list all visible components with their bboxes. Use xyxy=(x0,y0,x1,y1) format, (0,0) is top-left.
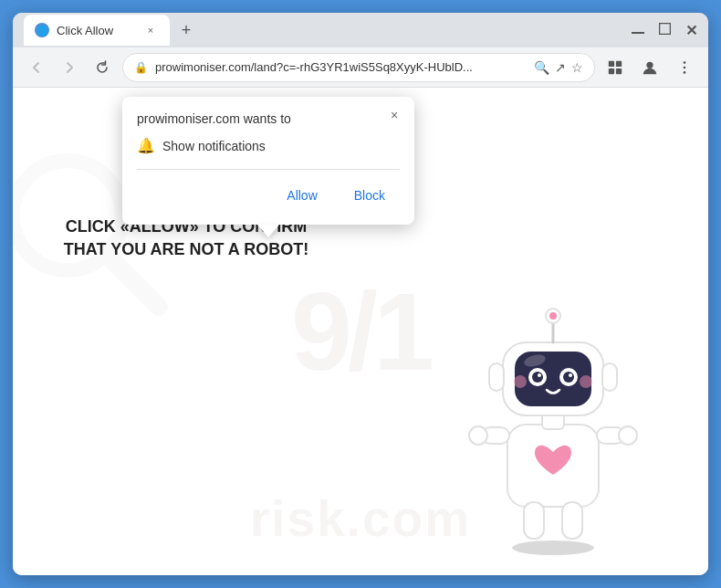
block-button[interactable]: Block xyxy=(340,181,400,210)
svg-rect-18 xyxy=(524,502,544,539)
url-text: prowimoniser.com/land?c=-rhG3YR1wiS5Sq8X… xyxy=(155,60,527,74)
svg-point-28 xyxy=(538,373,541,377)
browser-window: 🌐 Click Allow × + ✕ 🔒 pr xyxy=(13,13,708,575)
svg-rect-5 xyxy=(616,68,622,73)
popup-close-button[interactable]: × xyxy=(385,106,403,124)
tab-label: Click Allow xyxy=(57,24,135,37)
address-bar: 🔒 prowimoniser.com/land?c=-rhG3YR1wiS5Sq… xyxy=(13,47,708,88)
popup-title: prowimoniser.com wants to xyxy=(137,111,400,126)
profile-icon[interactable] xyxy=(637,55,663,80)
window-controls: ✕ xyxy=(632,22,697,39)
address-input[interactable]: 🔒 prowimoniser.com/land?c=-rhG3YR1wiS5Sq… xyxy=(122,53,595,82)
svg-point-15 xyxy=(469,426,487,445)
svg-point-30 xyxy=(514,375,527,388)
watermark-bottom: risk.com xyxy=(250,489,471,548)
svg-point-6 xyxy=(646,61,653,68)
svg-rect-36 xyxy=(602,363,617,391)
watermark-top: 9/1 xyxy=(291,268,430,394)
browser-content: 9/1 risk.com × prowimoniser.com wants to… xyxy=(13,88,708,575)
popup-tail xyxy=(257,225,279,237)
svg-point-34 xyxy=(549,312,557,320)
title-bar: 🌐 Click Allow × + ✕ xyxy=(13,13,708,47)
forward-button[interactable] xyxy=(57,55,82,80)
svg-rect-19 xyxy=(562,502,582,539)
extensions-icon[interactable] xyxy=(602,55,628,80)
popup-divider xyxy=(137,169,400,170)
reload-button[interactable] xyxy=(89,55,115,80)
svg-point-8 xyxy=(684,66,686,68)
svg-rect-4 xyxy=(609,68,614,73)
svg-rect-35 xyxy=(489,363,504,391)
minimize-button[interactable] xyxy=(632,24,644,37)
svg-line-11 xyxy=(108,256,159,307)
maximize-button[interactable] xyxy=(659,23,671,37)
tab-favicon: 🌐 xyxy=(35,23,49,37)
tab-area: 🌐 Click Allow × + xyxy=(24,15,624,46)
bookmark-icon[interactable]: ☆ xyxy=(571,60,583,75)
svg-point-26 xyxy=(532,372,543,383)
address-right-icons: 🔍 ↗ ☆ xyxy=(534,60,583,75)
tab-close-button[interactable]: × xyxy=(142,22,159,38)
share-icon[interactable]: ↗ xyxy=(555,60,566,75)
svg-rect-3 xyxy=(616,60,622,66)
svg-point-9 xyxy=(684,71,686,74)
notification-label: Show notifications xyxy=(162,139,266,153)
svg-rect-1 xyxy=(660,24,671,35)
popup-notification-row: 🔔 Show notifications xyxy=(137,137,400,154)
bell-icon: 🔔 xyxy=(137,137,155,154)
search-icon[interactable]: 🔍 xyxy=(534,60,549,75)
svg-rect-0 xyxy=(632,32,644,34)
svg-point-12 xyxy=(512,541,594,555)
notification-popup: × prowimoniser.com wants to 🔔 Show notif… xyxy=(122,97,414,225)
toolbar-right xyxy=(602,55,697,80)
svg-point-7 xyxy=(684,61,686,64)
back-button[interactable] xyxy=(24,55,49,80)
popup-buttons: Allow Block xyxy=(137,181,400,210)
robot-illustration xyxy=(453,283,653,557)
svg-point-31 xyxy=(580,375,592,388)
close-window-button[interactable]: ✕ xyxy=(685,22,697,39)
svg-rect-2 xyxy=(609,60,614,66)
svg-point-29 xyxy=(569,373,572,377)
browser-tab[interactable]: 🌐 Click Allow × xyxy=(24,15,170,46)
allow-button[interactable]: Allow xyxy=(272,181,331,210)
menu-icon[interactable] xyxy=(672,55,697,80)
svg-point-17 xyxy=(619,426,637,445)
new-tab-button[interactable]: + xyxy=(173,17,199,43)
svg-point-27 xyxy=(563,372,574,383)
lock-icon: 🔒 xyxy=(134,61,148,74)
